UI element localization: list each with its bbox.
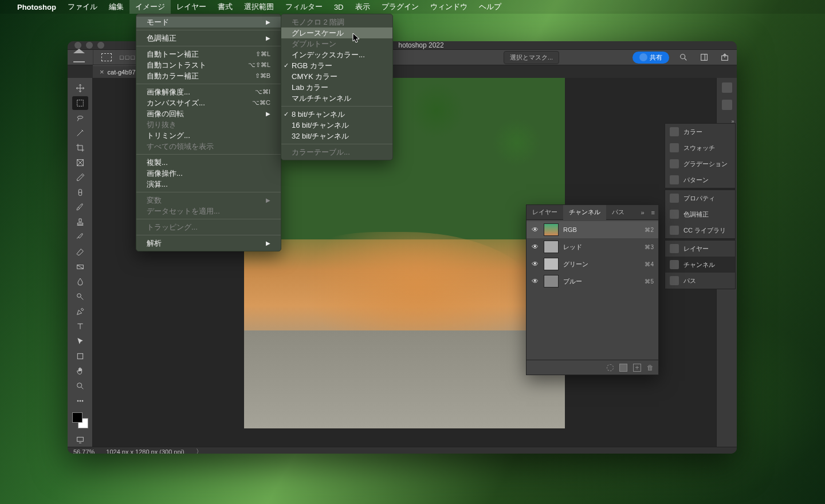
frame-tool[interactable]: [72, 156, 88, 170]
home-icon[interactable]: [73, 52, 85, 62]
traffic-lights[interactable]: [74, 42, 104, 49]
menu-item[interactable]: 16 bit/チャンネル: [281, 120, 392, 131]
lasso-tool[interactable]: [72, 111, 88, 125]
tab-channels[interactable]: チャンネル: [563, 205, 606, 220]
menu-file[interactable]: ファイル: [62, 0, 103, 14]
menu-item[interactable]: 演算...: [136, 179, 281, 190]
menu-item[interactable]: マルチチャンネル: [281, 93, 392, 104]
brush-tool[interactable]: [72, 200, 88, 214]
marquee-tool-icon[interactable]: [101, 53, 112, 61]
document-dims[interactable]: 1024 px x 1280 px (300 ppi): [106, 448, 184, 454]
menu-item[interactable]: 複製...: [136, 157, 281, 168]
visibility-icon[interactable]: 👁: [531, 243, 539, 251]
panel-color[interactable]: カラー: [665, 124, 735, 140]
shape-tool[interactable]: [72, 349, 88, 363]
minimize-dot[interactable]: [86, 42, 93, 49]
panel-paths[interactable]: パス: [665, 273, 735, 289]
history-brush-tool[interactable]: [72, 230, 88, 244]
edit-toolbar[interactable]: [72, 394, 88, 408]
panel-libraries[interactable]: CC ライブラリ: [665, 222, 735, 238]
panel-properties[interactable]: プロパティ: [665, 190, 735, 206]
menu-edit[interactable]: 編集: [103, 0, 129, 14]
menu-image[interactable]: イメージ: [129, 0, 171, 14]
menu-item[interactable]: モード▶: [136, 17, 281, 27]
eraser-tool[interactable]: [72, 245, 88, 259]
channel-green[interactable]: 👁グリーン⌘4: [527, 255, 658, 273]
pen-tool[interactable]: [72, 305, 88, 318]
select-and-mask-button[interactable]: 選択とマスク...: [504, 51, 559, 64]
share-button[interactable]: 共有: [632, 52, 669, 64]
menu-item[interactable]: 画像の回転▶: [136, 108, 281, 119]
menu-window[interactable]: ウィンドウ: [425, 0, 473, 14]
menu-item[interactable]: トリミング...: [136, 130, 281, 141]
path-select-tool[interactable]: [72, 334, 88, 348]
load-selection-icon[interactable]: [607, 364, 614, 371]
channel-red[interactable]: 👁レッド⌘3: [527, 238, 658, 255]
menu-item[interactable]: グレースケール: [281, 27, 392, 38]
tab-paths[interactable]: パス: [606, 205, 630, 220]
menu-view[interactable]: 表示: [349, 0, 376, 14]
marquee-tool[interactable]: [72, 96, 88, 110]
panel-gradients[interactable]: グラデーション: [665, 156, 735, 172]
document-tab[interactable]: × cat-g4b97: [93, 65, 143, 78]
magic-wand-tool[interactable]: [72, 126, 88, 140]
menu-item[interactable]: 画像操作...: [136, 168, 281, 179]
menu-item[interactable]: 色調補正▶: [136, 33, 281, 44]
panel-adjustments[interactable]: 色調補正: [665, 206, 735, 222]
menu-item[interactable]: RGB カラー: [281, 60, 392, 71]
rail-icon-1[interactable]: [722, 82, 732, 93]
type-tool[interactable]: [72, 320, 88, 333]
menu-help[interactable]: ヘルプ: [473, 0, 507, 14]
menu-item[interactable]: 画像解像度...⌥⌘I: [136, 86, 281, 97]
panel-channels[interactable]: チャンネル: [665, 257, 735, 273]
zoom-level[interactable]: 56.77%: [73, 448, 95, 454]
export-icon[interactable]: [718, 51, 731, 64]
new-channel-icon[interactable]: +: [633, 364, 641, 372]
menu-filter[interactable]: フィルター: [280, 0, 328, 14]
menu-item[interactable]: カンバスサイズ...⌥⌘C: [136, 97, 281, 108]
crop-tool[interactable]: [72, 141, 88, 155]
menu-item[interactable]: Lab カラー: [281, 82, 392, 93]
visibility-icon[interactable]: 👁: [531, 277, 539, 285]
menu-item[interactable]: 解析▶: [136, 238, 281, 249]
channel-rgb[interactable]: 👁RGB⌘2: [527, 221, 658, 238]
menu-item[interactable]: 8 bit/チャンネル: [281, 109, 392, 120]
menu-layer[interactable]: レイヤー: [171, 0, 212, 14]
channel-blue[interactable]: 👁ブルー⌘5: [527, 273, 658, 290]
hand-tool[interactable]: [72, 364, 88, 378]
panel-more-icon[interactable]: »: [637, 209, 647, 216]
delete-icon[interactable]: 🗑: [647, 364, 654, 372]
healing-tool[interactable]: [72, 186, 88, 199]
menu-3d[interactable]: 3D: [328, 0, 349, 14]
save-selection-icon[interactable]: [619, 364, 627, 372]
panel-patterns[interactable]: パターン: [665, 172, 735, 188]
gradient-tool[interactable]: [72, 260, 88, 274]
menu-item[interactable]: 自動カラー補正⇧⌘B: [136, 70, 281, 81]
menu-select[interactable]: 選択範囲: [238, 0, 280, 14]
screen-mode[interactable]: [72, 433, 88, 447]
menu-item[interactable]: 自動トーン補正⇧⌘L: [136, 49, 281, 60]
move-tool[interactable]: [72, 81, 88, 95]
color-swatches[interactable]: [72, 412, 88, 428]
eyedropper-tool[interactable]: [72, 171, 88, 184]
close-icon[interactable]: ×: [100, 68, 104, 76]
search-icon[interactable]: [677, 51, 690, 64]
dodge-tool[interactable]: [72, 290, 88, 304]
menu-item[interactable]: インデックスカラー...: [281, 49, 392, 60]
panel-swatches[interactable]: スウォッチ: [665, 140, 735, 156]
panel-layers[interactable]: レイヤー: [665, 241, 735, 257]
menu-app[interactable]: Photoshop: [11, 0, 62, 14]
visibility-icon[interactable]: 👁: [531, 260, 539, 268]
menu-plugins[interactable]: プラグイン: [376, 0, 425, 14]
panel-menu-icon[interactable]: ≡: [648, 209, 658, 216]
stamp-tool[interactable]: [72, 215, 88, 229]
menu-type[interactable]: 書式: [212, 0, 238, 14]
status-arrow-icon[interactable]: 〉: [196, 447, 202, 454]
tab-layers[interactable]: レイヤー: [527, 205, 563, 220]
visibility-icon[interactable]: 👁: [531, 226, 539, 234]
blur-tool[interactable]: [72, 275, 88, 289]
rail-icon-2[interactable]: [722, 100, 732, 110]
close-dot[interactable]: [74, 42, 81, 49]
menu-item[interactable]: 32 bit/チャンネル: [281, 131, 392, 141]
workspace-icon[interactable]: [698, 51, 710, 64]
